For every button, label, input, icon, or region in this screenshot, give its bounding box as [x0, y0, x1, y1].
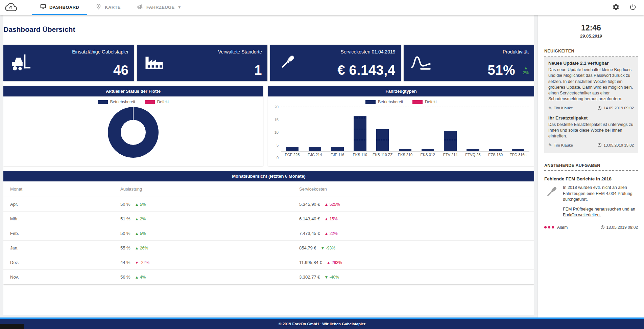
- pencil-icon: ✎: [548, 142, 552, 148]
- main-content: Dashboard Übersicht Einsatzfähige Gabels…: [3, 15, 534, 315]
- top-navbar: DASHBOARD KARTE FAHRZEUGE ▾: [0, 0, 644, 15]
- bar-group: [394, 107, 416, 151]
- fleet-status-card: Aktueller Status der Flotte Betriebsbere…: [3, 86, 263, 166]
- bar-chart-categories: ECE 225EJC 214EJE 116EKS 110EKS 110 ZZEK…: [281, 152, 529, 158]
- kpi-value: 1: [254, 63, 262, 78]
- tab-label: KARTE: [105, 5, 121, 10]
- table-row: Apr.50 %▲ 5%5.345,90 €▲ 525%: [3, 197, 534, 212]
- bar-category-label: EKS 110 ZZ: [371, 153, 394, 157]
- bar-betriebsbereit: [512, 149, 524, 151]
- clock-widget: 12:46 29.05.2019: [544, 23, 638, 39]
- screwdriver-icon: [277, 53, 298, 73]
- clock-icon: [597, 106, 602, 110]
- triangle-up-icon: ▲: [524, 66, 528, 71]
- gridline: [281, 129, 529, 129]
- timestamp-text: 14.05.2019 09:02: [603, 106, 634, 110]
- utilization-value: 56 %: [120, 275, 130, 280]
- kpi-label: Einsatzfähige Gabelstapler: [72, 49, 128, 54]
- map-pin-icon: [95, 3, 102, 11]
- bar-betriebsbereit: [309, 147, 321, 151]
- news-list: Neues Update 2.1 verfügbarDas neue Updat…: [544, 57, 638, 153]
- servicecost-value: 6.143,40 €: [299, 216, 320, 221]
- utilization-value: 50 %: [120, 231, 130, 236]
- table-row: Dez.44 %▼ -22%11.995,84 €▲ 263%: [3, 255, 534, 270]
- bar-group: [462, 107, 484, 151]
- servicecost-trend: ▲ 263%: [327, 260, 342, 265]
- kpi-row: Einsatzfähige Gabelstapler 46 Verwaltete…: [3, 45, 534, 81]
- table-row: Feb.50 %▲ 5%7.473,45 €▲ 22%: [3, 226, 534, 241]
- tab-karte[interactable]: KARTE: [87, 0, 129, 15]
- fleet-status-donut: [108, 107, 159, 158]
- clock-date: 29.05.2019: [544, 34, 638, 39]
- cell-month: Feb.: [10, 231, 120, 236]
- factory-icon: [144, 53, 165, 73]
- bar-betriebsbereit: [376, 129, 389, 152]
- legend-swatch-crimson: [412, 100, 423, 104]
- bar-betriebsbereit: [422, 149, 434, 151]
- servicecost-value-cell: 3.302,77 €▼ -40%: [299, 275, 534, 280]
- y-axis-tick: 0: [277, 156, 279, 160]
- utilization-value: 51 %: [120, 216, 130, 221]
- utilization-value-cell: 44 %▼ -22%: [120, 260, 299, 265]
- tab-dashboard[interactable]: DASHBOARD: [32, 0, 87, 15]
- cell-month: Jan.: [10, 245, 120, 250]
- legend-label: Defekt: [157, 100, 169, 104]
- utilization-trend: ▲ 4%: [135, 275, 146, 280]
- navbar-actions: [612, 3, 637, 12]
- task-link[interactable]: FEM Prüfbelege heraussuchen und an ForkO…: [563, 206, 638, 218]
- bar-chart: 05101520 ECE 225EJC 214EJE 116EKS 110EKS…: [271, 107, 529, 158]
- news-meta: ✎Tim Klauke14.05.2019 09:02: [548, 106, 634, 111]
- bar-betriebsbereit: [467, 149, 479, 151]
- bar-category-label: EZS 130: [484, 153, 507, 157]
- forkon-logo[interactable]: [3, 1, 19, 15]
- y-axis-tick: 15: [275, 118, 279, 122]
- bar-group: [371, 107, 394, 151]
- column-header-monat: Monat: [10, 187, 120, 192]
- servicecost-trend: ▲ 15%: [324, 217, 337, 221]
- y-axis-tick: 20: [275, 105, 279, 109]
- bar-category-label: ECE 225: [281, 153, 304, 157]
- card-title: Aktueller Status der Flotte: [3, 86, 263, 96]
- card-title: Monatsübersicht (letzten 6 Monate): [3, 171, 534, 181]
- utilization-trend: ▲ 2%: [135, 217, 146, 221]
- servicecost-trend: ▼ -93%: [321, 246, 335, 250]
- bar-group: [304, 107, 326, 151]
- cell-month: Apr.: [10, 202, 120, 207]
- news-item: Neues Update 2.1 verfügbarDas neue Updat…: [548, 61, 634, 111]
- table-row: Nov.56 %▲ 4%3.302,77 €▼ -40%: [3, 270, 534, 284]
- y-axis-tick: 5: [277, 143, 279, 147]
- news-author: ✎Tim Klauke: [548, 106, 573, 111]
- page-title: Dashboard Übersicht: [3, 25, 534, 34]
- pencil-icon: ✎: [548, 106, 552, 111]
- timestamp-text: 13.05.2019 15:02: [603, 143, 634, 147]
- bar-category-label: EJC 214: [304, 153, 326, 157]
- news-author: ✎Tim Klauke: [548, 142, 573, 148]
- utilization-trend: ▲ 26%: [135, 246, 148, 250]
- legend-item-defekt: Defekt: [145, 100, 169, 104]
- legend-label: Betriebsbereit: [110, 100, 135, 104]
- news-meta: ✎Tim Klauke13.05.2019 15:02: [548, 142, 634, 148]
- servicecost-value: 5.345,90 €: [299, 202, 320, 207]
- servicecost-value-cell: 854,79 €▼ -93%: [299, 245, 534, 250]
- legend-label: Betriebsbereit: [378, 100, 403, 104]
- gridline: [281, 107, 529, 107]
- donut-legend: Betriebsbereit Defekt: [3, 100, 263, 104]
- cell-month: Nov.: [10, 275, 120, 280]
- content-row: Dashboard Übersicht Einsatzfähige Gabels…: [0, 15, 644, 317]
- legend-item-defekt: Defekt: [412, 100, 437, 104]
- task-title: Fehlende FEM Berichte in 2018: [544, 176, 638, 181]
- task-body: In 2018 wurden evtl. nicht an allen Fahr…: [563, 185, 638, 202]
- alarm-label: Alarm: [557, 225, 568, 230]
- main-tabs: DASHBOARD KARTE FAHRZEUGE ▾: [32, 0, 189, 15]
- monitor-icon: [40, 3, 46, 11]
- gear-icon[interactable]: [612, 3, 620, 12]
- kpi-card-produktivitaet: Produktivität 51% ▲ 2%: [404, 45, 534, 81]
- legend-swatch-navy: [98, 100, 108, 104]
- bar-category-label: TFG 316s: [507, 153, 529, 157]
- utilization-value-cell: 55 %▲ 26%: [120, 245, 299, 250]
- power-icon[interactable]: [629, 3, 637, 12]
- bar-betriebsbereit: [489, 149, 502, 151]
- tab-fahrzeuge[interactable]: FAHRZEUGE ▾: [129, 0, 189, 15]
- kpi-value: € 6.143,4: [337, 63, 395, 78]
- utilization-value: 55 %: [120, 245, 130, 250]
